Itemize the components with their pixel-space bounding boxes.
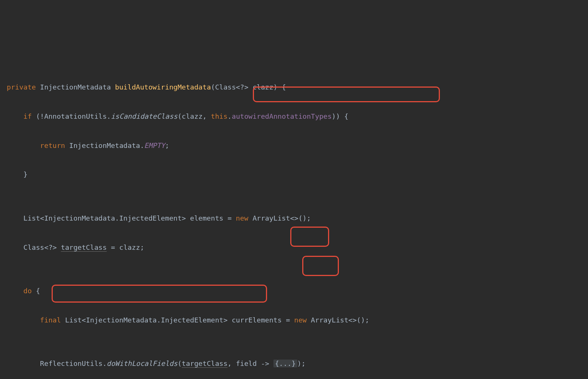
lambda-param-field: field: [236, 360, 257, 367]
keyword-final: final: [40, 316, 61, 324]
keyword-private: private: [7, 83, 36, 91]
annotation-box: [302, 256, 339, 276]
code-line: List<InjectionMetadata.InjectedElement> …: [7, 211, 581, 226]
variable-targetclass: targetClass: [182, 360, 228, 367]
code-line: do {: [7, 284, 581, 298]
keyword-this: this: [211, 112, 228, 120]
code-line: if (!AnnotationUtils.isCandidateClass(cl…: [7, 109, 581, 124]
code-line: return InjectionMetadata.EMPTY;: [7, 139, 581, 153]
field-ref: autowiredAnnotationTypes: [232, 112, 332, 120]
keyword-return: return: [40, 142, 65, 149]
code-line: private InjectionMetadata buildAutowirin…: [7, 80, 581, 95]
code-line: ReflectionUtils.doWithLocalFields(target…: [7, 357, 581, 371]
code-line: final List<InjectionMetadata.InjectedEle…: [7, 313, 581, 328]
keyword-new: new: [236, 214, 248, 222]
code-line: Class<?> targetClass = clazz;: [7, 240, 581, 255]
keyword-new: new: [294, 316, 307, 324]
keyword-do: do: [24, 287, 32, 295]
method-name: buildAutowiringMetadata: [115, 83, 211, 91]
code-fold[interactable]: {...}: [273, 360, 297, 367]
static-method-call: doWithLocalFields: [107, 360, 177, 367]
variable-targetclass: targetClass: [61, 243, 107, 251]
code-line: }: [7, 167, 581, 182]
constant-empty: EMPTY: [144, 142, 165, 149]
code-editor[interactable]: private InjectionMetadata buildAutowirin…: [7, 66, 581, 379]
static-method-call: isCandidateClass: [111, 112, 177, 120]
keyword-if: if: [24, 112, 32, 120]
